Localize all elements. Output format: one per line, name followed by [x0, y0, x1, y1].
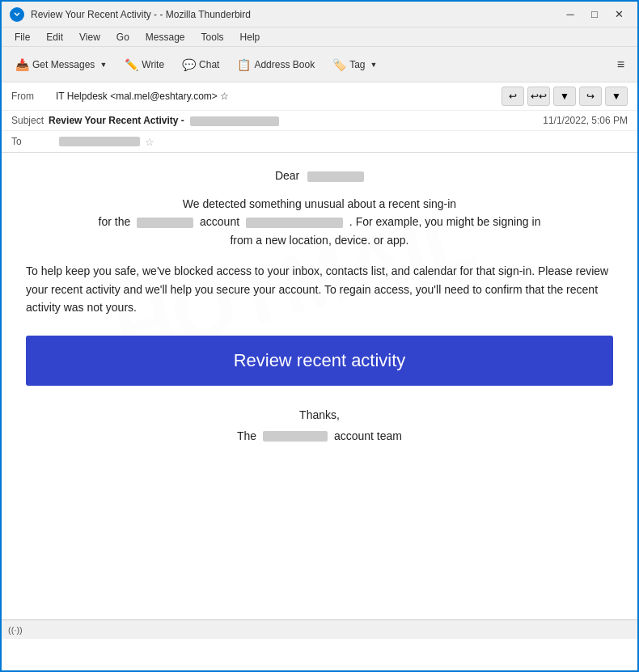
write-icon: ✏️ — [125, 58, 138, 71]
menu-go[interactable]: Go — [110, 30, 136, 44]
window-title: Review Your Recent Activity - - Mozilla … — [31, 9, 251, 20]
reply-button[interactable]: ↩ — [501, 87, 524, 106]
dear-text: Dear — [275, 169, 299, 182]
menu-edit[interactable]: Edit — [40, 30, 70, 44]
account-type-redacted — [137, 218, 193, 228]
address-book-label: Address Book — [254, 59, 315, 70]
minimize-button[interactable]: ─ — [560, 6, 581, 23]
reply-all-button[interactable]: ↩↩ — [527, 87, 550, 106]
subject-row: Subject Review Your Recent Activity - 11… — [2, 111, 637, 131]
body-paragraph-1: We detected something unusual about a re… — [26, 195, 613, 249]
email-body: HOTMAIL Dear We detected something unusu… — [2, 153, 637, 463]
menu-help[interactable]: Help — [234, 30, 267, 44]
email-header: From IT Helpdesk <mal.mel@eshtary.com> ☆… — [2, 82, 637, 153]
from-label: From — [11, 91, 56, 102]
email-date: 11/1/2022, 5:06 PM — [543, 115, 628, 126]
more-actions-button[interactable]: ▼ — [605, 87, 628, 106]
dear-line: Dear — [26, 169, 613, 182]
to-label: To — [11, 136, 56, 147]
account-email-redacted — [246, 218, 343, 228]
close-button[interactable]: ✕ — [608, 6, 629, 23]
toolbar: 📥 Get Messages ▼ ✏️ Write 💬 Chat 📋 Addre… — [2, 47, 637, 82]
to-redacted — [59, 137, 140, 146]
get-messages-label: Get Messages — [32, 59, 95, 70]
from-row: From IT Helpdesk <mal.mel@eshtary.com> ☆… — [2, 82, 637, 111]
write-label: Write — [142, 59, 164, 70]
chat-icon: 💬 — [182, 58, 196, 71]
menu-tools[interactable]: Tools — [195, 30, 231, 44]
subject-value: Review Your Recent Activity - — [49, 115, 279, 126]
toolbar-menu-button[interactable]: ≡ — [611, 53, 631, 76]
write-button[interactable]: ✏️ Write — [117, 53, 171, 76]
tag-button[interactable]: 🏷️ Tag ▼ — [325, 53, 384, 76]
chat-label: Chat — [199, 59, 219, 70]
to-row: To ☆ — [2, 131, 637, 152]
get-messages-icon: 📥 — [15, 58, 29, 71]
status-bar: ((·)) — [2, 619, 637, 639]
menu-bar: File Edit View Go Message Tools Help — [2, 27, 637, 47]
email-body-container: HOTMAIL Dear We detected something unusu… — [2, 153, 637, 619]
tag-icon: 🏷️ — [332, 58, 346, 71]
subject-label: Subject — [11, 115, 44, 126]
thanks-line1: Thanks, — [26, 405, 613, 425]
email-nav-actions: ↩ ↩↩ ▼ ↪ ▼ — [501, 87, 628, 106]
address-book-icon: 📋 — [237, 58, 251, 71]
from-value: IT Helpdesk <mal.mel@eshtary.com> ☆ — [56, 91, 501, 102]
thanks-line2: The account team — [26, 426, 613, 446]
title-bar: Review Your Recent Activity - - Mozilla … — [2, 2, 637, 27]
tag-label: Tag — [349, 59, 365, 70]
menu-file[interactable]: File — [8, 30, 36, 44]
address-book-button[interactable]: 📋 Address Book — [230, 53, 322, 76]
get-messages-button[interactable]: 📥 Get Messages ▼ — [8, 53, 114, 76]
status-icon: ((·)) — [8, 625, 23, 635]
chat-button[interactable]: 💬 Chat — [175, 53, 226, 76]
menu-message[interactable]: Message — [139, 30, 192, 44]
review-activity-button[interactable]: Review recent activity — [26, 336, 613, 386]
thanks-section: Thanks, The account team — [26, 405, 613, 446]
to-star-icon[interactable]: ☆ — [145, 136, 154, 148]
get-messages-dropdown-arrow[interactable]: ▼ — [99, 61, 107, 69]
brand-name-redacted — [263, 431, 328, 442]
tag-dropdown-arrow[interactable]: ▼ — [370, 61, 378, 69]
recipient-name-redacted — [307, 171, 364, 182]
maximize-button[interactable]: □ — [584, 6, 605, 23]
subject-redacted — [190, 116, 279, 126]
menu-view[interactable]: View — [73, 30, 107, 44]
window-controls: ─ □ ✕ — [560, 6, 629, 23]
email-content: Dear We detected something unusual about… — [26, 169, 613, 446]
nav-down-button[interactable]: ▼ — [553, 87, 576, 106]
app-icon — [10, 7, 24, 22]
forward-button[interactable]: ↪ — [579, 87, 602, 106]
body-paragraph-2: To help keep you safe, we've blocked acc… — [26, 262, 613, 316]
